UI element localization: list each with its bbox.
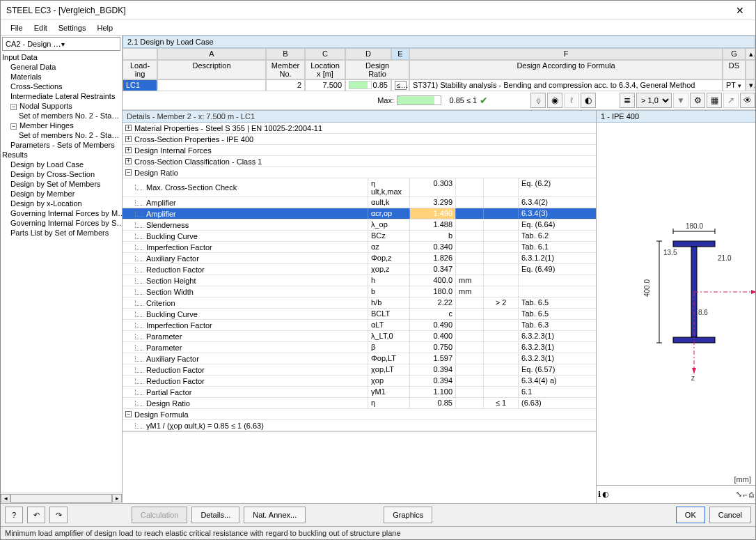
filter-combo[interactable]: > 1,0 xyxy=(636,93,672,108)
expand-icon[interactable]: + xyxy=(125,158,132,164)
details-row[interactable]: Partial FactorγM11.1006.1 xyxy=(123,387,596,398)
details-row[interactable]: Max. Cross-Section Checkη ult,k,max0.303… xyxy=(123,178,596,197)
tree-input-data[interactable]: Input Data xyxy=(1,52,122,62)
nat-annex-button[interactable]: Nat. Annex... xyxy=(244,507,306,523)
scroll-left-icon[interactable]: ◂ xyxy=(1,494,10,502)
chevron-down-icon[interactable]: ▾ xyxy=(738,82,741,89)
tree-general-data[interactable]: General Data xyxy=(1,62,122,72)
expand-icon[interactable]: + xyxy=(125,125,132,131)
details-row[interactable]: Amplifierαcr,op1.4906.3.4(3) xyxy=(123,208,596,219)
tool-icon-6[interactable]: ▼ xyxy=(673,93,688,108)
design-formula-hdr[interactable]: −Design Formula xyxy=(123,409,596,420)
cancel-button[interactable]: Cancel xyxy=(709,507,751,523)
menu-settings[interactable]: Settings xyxy=(53,22,92,33)
details-row[interactable]: Section Heighth400.0mm xyxy=(123,275,596,286)
scroll-right-icon[interactable]: ▸ xyxy=(112,494,122,502)
help-icon[interactable]: ? xyxy=(5,507,23,523)
tree-design-member[interactable]: Design by Member xyxy=(1,189,122,199)
details-hdr[interactable]: Design Ratio xyxy=(134,169,178,177)
col-a[interactable]: A xyxy=(157,48,266,60)
row-desc[interactable] xyxy=(157,79,266,91)
details-row[interactable]: Criterionh/b2.22> 2Tab. 6.5 xyxy=(123,298,596,309)
close-icon[interactable]: ✕ xyxy=(730,3,750,17)
details-row[interactable]: Imperfection Factorαz0.340Tab. 6.1 xyxy=(123,242,596,253)
corner-icon[interactable]: ⌐ xyxy=(743,491,748,499)
preview-canvas[interactable]: y z 180.0 xyxy=(597,123,755,485)
details-button[interactable]: Details... xyxy=(191,507,239,523)
col-d[interactable]: D xyxy=(345,48,391,60)
calculation-button[interactable]: Calculation xyxy=(132,507,187,523)
prev-icon[interactable]: ↶ xyxy=(27,507,45,523)
expand-icon[interactable]: + xyxy=(125,136,132,142)
vscroll-up-icon[interactable]: ▴ xyxy=(746,48,755,60)
tree-design-cross-section[interactable]: Design by Cross-Section xyxy=(1,169,122,179)
details-row[interactable]: Auxiliary FactorΦop,LT1.5976.3.2.3(1) xyxy=(123,353,596,364)
tree-materials[interactable]: Materials xyxy=(1,72,122,82)
tree-member-hinges[interactable]: −Member Hinges xyxy=(1,121,122,130)
tool-icon-7[interactable]: ⚙ xyxy=(690,93,705,108)
details-hdr[interactable]: Material Properties - Steel S 355 | EN 1… xyxy=(134,124,322,132)
axis-icon[interactable]: ⤡ xyxy=(736,490,742,499)
expand-icon[interactable]: + xyxy=(125,147,132,153)
details-row[interactable]: Section Widthb180.0mm xyxy=(123,286,596,298)
details-hdr[interactable]: Cross-Section Classification - Class 1 xyxy=(134,157,262,166)
details-row[interactable]: Parameterλ_LT,00.4006.3.2.3(1) xyxy=(123,331,596,342)
col-c[interactable]: C xyxy=(305,48,345,60)
details-row[interactable]: Imperfection FactorαLT0.490Tab. 6.3 xyxy=(123,320,596,331)
row-ds[interactable]: PT ▾ xyxy=(723,79,746,91)
details-row[interactable]: Parameterβ0.7506.3.2.3(1) xyxy=(123,342,596,353)
details-row[interactable]: Auxiliary FactorΦop,z1.8266.3.1.2(1) xyxy=(123,253,596,264)
tree-hinges-set[interactable]: Set of members No. 2 - Sta… xyxy=(1,130,122,140)
menu-edit[interactable]: Edit xyxy=(29,22,53,33)
menu-file[interactable]: File xyxy=(5,22,29,33)
row-member[interactable]: 2 xyxy=(266,79,305,91)
details-row[interactable]: Buckling CurveBCLTcTab. 6.5 xyxy=(123,309,596,320)
tree-gov-forces-s[interactable]: Governing Internal Forces by S… xyxy=(1,218,122,228)
details-row[interactable]: Reduction Factorχop,LT0.394Eq. (6.57) xyxy=(123,364,596,376)
tree-parts-list[interactable]: Parts List by Set of Members xyxy=(1,228,122,238)
vscroll[interactable] xyxy=(746,60,755,79)
sidebar-hscroll[interactable]: ◂ ▸ xyxy=(1,493,122,503)
menu-help[interactable]: Help xyxy=(91,22,118,33)
details-row[interactable]: Slendernessλ_op1.488Eq. (6.64) xyxy=(123,219,596,231)
row-lc[interactable]: LC1 xyxy=(123,79,157,91)
tree-restraints[interactable]: Intermediate Lateral Restraints xyxy=(1,91,122,101)
tree-design-x-location[interactable]: Design by x-Location xyxy=(1,199,122,208)
tree-gov-forces-m[interactable]: Governing Internal Forces by M… xyxy=(1,208,122,218)
details-row[interactable]: Buckling CurveBCzbTab. 6.2 xyxy=(123,231,596,242)
info-icon[interactable]: ℹ xyxy=(598,490,601,499)
details-hdr[interactable]: Design Internal Forces xyxy=(134,146,212,155)
col-f[interactable]: F xyxy=(409,48,723,60)
tool-icon-9[interactable]: ↗ xyxy=(723,93,739,108)
tree-nodal-set[interactable]: Set of members No. 2 - Sta… xyxy=(1,111,122,121)
drop-icon[interactable]: ◐ xyxy=(602,490,609,499)
tree-parameters[interactable]: Parameters - Sets of Members xyxy=(1,140,122,150)
details-row[interactable]: Design Ratioη0.85≤ 1(6.63) xyxy=(123,398,596,409)
tree-results[interactable]: Results xyxy=(1,150,122,160)
collapse-icon[interactable]: − xyxy=(10,123,17,130)
collapse-icon[interactable]: − xyxy=(125,169,132,176)
tree-cross-sections[interactable]: Cross-Sections xyxy=(1,82,122,91)
tool-icon-3[interactable]: ℓ xyxy=(564,93,579,108)
tool-icon-2[interactable]: ◉ xyxy=(547,93,562,108)
print-icon[interactable]: ⎙ xyxy=(749,491,754,499)
collapse-icon[interactable]: − xyxy=(10,104,17,110)
tree-nodal-supports[interactable]: −Nodal Supports xyxy=(1,101,122,111)
details-row[interactable]: Amplifierαult,k3.2996.3.4(2) xyxy=(123,197,596,208)
details-row[interactable]: Reduction Factorχop,z0.347Eq. (6.49) xyxy=(123,264,596,275)
col-e[interactable]: E xyxy=(391,48,409,60)
tree-design-load-case[interactable]: Design by Load Case xyxy=(1,160,122,169)
module-combo[interactable]: CA2 - Design according to Euro… ▾ xyxy=(2,37,120,51)
scroll-track[interactable] xyxy=(10,494,112,503)
vscroll-down-icon[interactable]: ▾ xyxy=(746,79,755,91)
row-ratio[interactable]: 0.85 xyxy=(345,79,391,91)
col-g[interactable]: G xyxy=(723,48,746,60)
next-icon[interactable]: ↷ xyxy=(49,507,68,523)
tree-design-set-members[interactable]: Design by Set of Members xyxy=(1,179,122,189)
details-row[interactable]: Reduction Factorχop0.3946.3.4(4) a) xyxy=(123,376,596,387)
details-hdr[interactable]: Cross-Section Properties - IPE 400 xyxy=(134,135,253,144)
tool-icon-8[interactable]: ▦ xyxy=(707,93,722,108)
tool-icon-1[interactable]: ⎀ xyxy=(530,93,546,108)
tool-icon-4[interactable]: ◐ xyxy=(581,93,596,108)
col-b[interactable]: B xyxy=(266,48,305,60)
